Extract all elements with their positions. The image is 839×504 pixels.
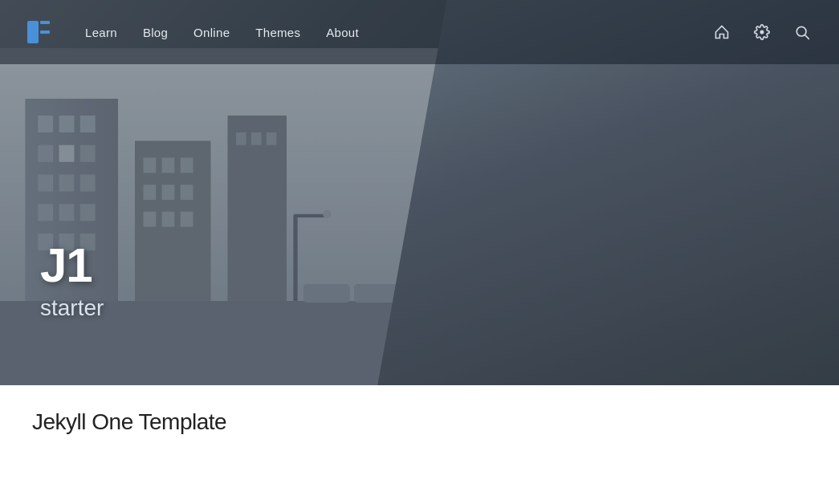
nav-link-online[interactable]: Online bbox=[193, 26, 230, 39]
page-wrapper: Learn Blog Online Themes About bbox=[0, 0, 839, 504]
nav-links: Learn Blog Online Themes About bbox=[85, 26, 709, 39]
settings-icon bbox=[754, 24, 770, 40]
home-icon bbox=[714, 24, 730, 40]
hero-text: J1 starter bbox=[40, 239, 104, 321]
content-area: Jekyll One Template bbox=[0, 385, 839, 451]
hero-subtitle: starter bbox=[40, 295, 104, 321]
nav-link-themes[interactable]: Themes bbox=[255, 26, 300, 39]
svg-rect-39 bbox=[27, 21, 39, 43]
navbar: Learn Blog Online Themes About bbox=[0, 0, 839, 64]
svg-rect-41 bbox=[40, 30, 50, 34]
svg-rect-40 bbox=[40, 21, 50, 24]
hero-title: J1 bbox=[40, 239, 104, 292]
page-heading: Jekyll One Template bbox=[32, 409, 807, 435]
logo-icon bbox=[24, 18, 53, 47]
home-icon-btn[interactable] bbox=[709, 19, 735, 45]
hero-section: Learn Blog Online Themes About bbox=[0, 0, 839, 385]
nav-link-about[interactable]: About bbox=[326, 26, 359, 39]
nav-link-learn[interactable]: Learn bbox=[85, 26, 117, 39]
search-icon bbox=[794, 24, 810, 40]
nav-logo[interactable] bbox=[24, 18, 53, 47]
nav-link-blog[interactable]: Blog bbox=[143, 26, 168, 39]
settings-icon-btn[interactable] bbox=[749, 19, 775, 45]
nav-icons bbox=[709, 19, 815, 45]
svg-line-43 bbox=[805, 35, 809, 39]
search-icon-btn[interactable] bbox=[789, 19, 815, 45]
